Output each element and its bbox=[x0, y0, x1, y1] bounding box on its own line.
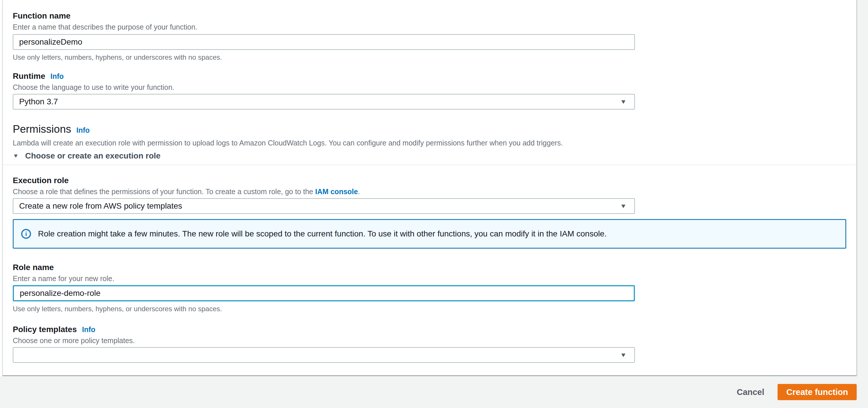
execution-role-select-value: Create a new role from AWS policy templa… bbox=[19, 201, 182, 211]
function-name-description: Enter a name that describes the purpose … bbox=[13, 23, 856, 31]
permissions-info-link[interactable]: Info bbox=[76, 126, 90, 134]
runtime-select[interactable]: Python 3.7 ▼ bbox=[13, 94, 635, 109]
panel-content: Function name Enter a name that describe… bbox=[3, 0, 856, 363]
footer-action-bar: Cancel Create function bbox=[0, 376, 868, 408]
runtime-description: Choose the language to use to write your… bbox=[13, 83, 856, 92]
permissions-description: Lambda will create an execution role wit… bbox=[13, 138, 856, 147]
runtime-info-link[interactable]: Info bbox=[51, 72, 64, 81]
basic-information-panel: Function name Enter a name that describe… bbox=[2, 0, 857, 376]
dropdown-arrow-icon: ▼ bbox=[620, 351, 627, 358]
dropdown-arrow-icon: ▼ bbox=[620, 202, 627, 210]
cancel-button[interactable]: Cancel bbox=[737, 387, 764, 397]
policy-templates-info-link[interactable]: Info bbox=[82, 325, 95, 334]
section-divider bbox=[3, 165, 857, 165]
execution-role-description: Choose a role that defines the permissio… bbox=[13, 187, 856, 196]
role-name-constraint: Use only letters, numbers, hyphens, or u… bbox=[13, 305, 856, 313]
runtime-select-value: Python 3.7 bbox=[19, 97, 58, 106]
iam-console-link[interactable]: IAM console bbox=[315, 187, 358, 196]
role-creation-alert: i Role creation might take a few minutes… bbox=[13, 219, 846, 249]
function-name-label: Function name bbox=[13, 11, 856, 21]
page-right-gutter bbox=[857, 0, 868, 376]
policy-templates-select[interactable]: ▼ bbox=[13, 347, 635, 363]
permissions-heading: Permissions bbox=[13, 123, 71, 136]
policy-templates-label: Policy templates bbox=[13, 324, 77, 335]
policy-templates-description: Choose one or more policy templates. bbox=[13, 336, 856, 345]
execution-role-expander-label: Choose or create an execution role bbox=[25, 151, 161, 160]
execution-role-expander[interactable]: ▼ Choose or create an execution role bbox=[13, 151, 856, 160]
role-name-input[interactable] bbox=[13, 285, 635, 301]
execution-role-description-suffix: . bbox=[358, 187, 360, 196]
function-name-constraint: Use only letters, numbers, hyphens, or u… bbox=[13, 53, 856, 61]
execution-role-description-prefix: Choose a role that defines the permissio… bbox=[13, 187, 315, 196]
execution-role-label: Execution role bbox=[13, 176, 856, 185]
info-circle-icon: i bbox=[21, 229, 31, 239]
role-name-label: Role name bbox=[13, 262, 856, 272]
create-function-button[interactable]: Create function bbox=[778, 384, 857, 400]
role-name-description: Enter a name for your new role. bbox=[13, 274, 856, 283]
expander-triangle-icon: ▼ bbox=[13, 153, 19, 159]
runtime-label: Runtime bbox=[13, 71, 45, 81]
dropdown-arrow-icon: ▼ bbox=[620, 98, 627, 105]
execution-role-select[interactable]: Create a new role from AWS policy templa… bbox=[13, 198, 635, 214]
function-name-input[interactable] bbox=[13, 34, 635, 50]
role-creation-alert-text: Role creation might take a few minutes. … bbox=[38, 229, 607, 239]
